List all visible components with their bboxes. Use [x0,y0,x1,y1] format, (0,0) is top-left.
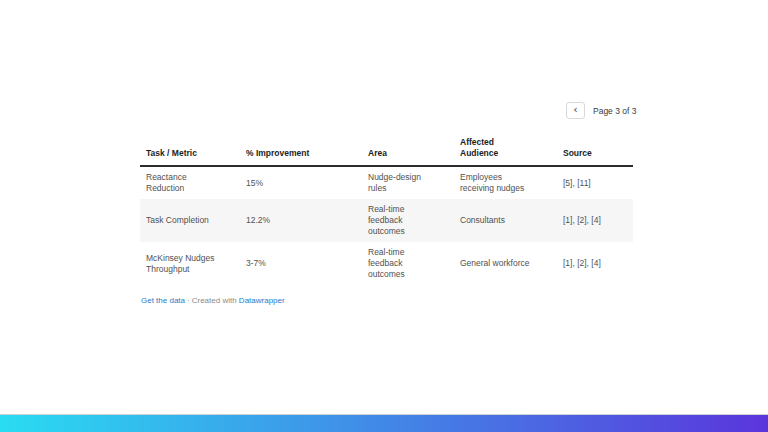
cell-task-metric: Task Completion [140,199,240,242]
cell-area: Real-time feedback outcomes [362,242,454,285]
cell-improvement: 3-7% [240,242,362,285]
chevron-left-icon: ‹ [573,103,577,116]
cell-task-metric: Reactance Reduction [140,166,240,199]
column-header-improvement: % Improvement [240,134,362,166]
column-header-task-metric: Task / Metric [140,134,240,166]
footer-separator: · [185,296,192,305]
cell-source: [1], [2], [4] [557,199,633,242]
table-row: Task Completion 12.2% Real-time feedback… [140,199,633,242]
attribution-footer: Get the data·Created with Datawrapper [141,296,285,306]
table-row: Reactance Reduction 15% Nudge-design rul… [140,166,633,199]
page: ‹ Page 3 of 3 Task / Metric % Improvemen… [0,0,768,432]
cell-area: Nudge-design rules [362,166,454,199]
cell-affected-audience: Employees receiving nudges [454,166,557,199]
cell-area: Real-time feedback outcomes [362,199,454,242]
pagination: ‹ Page 3 of 3 [566,102,636,119]
cell-improvement: 12.2% [240,199,362,242]
column-header-affected-audience: Affected Audience [454,134,557,166]
table-row: McKinsey Nudges Throughput 3-7% Real-tim… [140,242,633,285]
cell-affected-audience: General workforce [454,242,557,285]
bottom-accent-gradient-bar [0,414,768,432]
previous-page-button[interactable]: ‹ [566,102,585,119]
cell-source: [1], [2], [4] [557,242,633,285]
cell-task-metric: McKinsey Nudges Throughput [140,242,240,285]
datawrapper-link[interactable]: Datawrapper [239,296,285,305]
cell-improvement: 15% [240,166,362,199]
column-header-area: Area [362,134,454,166]
cell-source: [5], [11] [557,166,633,199]
get-data-link[interactable]: Get the data [141,296,185,305]
table-header: Task / Metric % Improvement Area Affecte… [140,134,633,166]
created-with-text: Created with [192,296,237,305]
header-row: Task / Metric % Improvement Area Affecte… [140,134,633,166]
column-header-source: Source [557,134,633,166]
data-table: Task / Metric % Improvement Area Affecte… [140,134,633,285]
cell-affected-audience: Consultants [454,199,557,242]
page-indicator: Page 3 of 3 [593,106,636,116]
